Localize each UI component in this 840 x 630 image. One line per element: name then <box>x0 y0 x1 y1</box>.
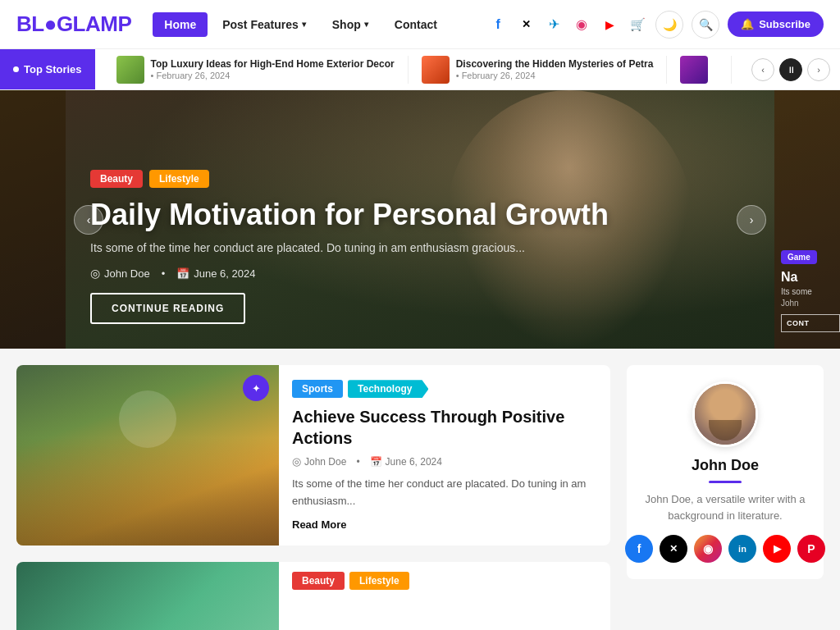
author-twitter-button[interactable]: ✕ <box>660 535 687 563</box>
logo[interactable]: BL●GLAMP <box>16 11 131 37</box>
nav-shop[interactable]: Shop ▾ <box>321 12 380 37</box>
author-name: John Doe <box>692 457 759 474</box>
author-underline <box>709 481 742 483</box>
hero-section: ‹ › Beauty Lifestyle Daily Motivation fo… <box>0 90 840 349</box>
telegram-icon[interactable]: ✈ <box>544 15 564 34</box>
author-linkedin-button[interactable]: in <box>728 535 756 563</box>
stories-controls: ‹ ⏸ › <box>742 58 840 81</box>
story-thumbnail <box>116 56 144 84</box>
hero-peek-content: Game Na Its some John CONT <box>781 249 840 332</box>
pause-story-button[interactable]: ⏸ <box>779 58 802 81</box>
chevron-down-icon: ▾ <box>364 20 368 29</box>
nav-home[interactable]: Home <box>153 12 208 37</box>
dot-icon <box>13 66 19 72</box>
tag-beauty[interactable]: Beauty <box>292 572 345 590</box>
hero-left-peek <box>0 90 66 349</box>
hero-date: 📅 June 6, 2024 <box>176 267 255 280</box>
tag-lifestyle[interactable]: Lifestyle <box>349 572 409 590</box>
author-icon: ◎ <box>292 455 301 468</box>
bell-icon: 🔔 <box>741 18 754 30</box>
article-excerpt: Its some of the time her conduct are pla… <box>292 476 597 510</box>
article-tags: Sports Technology <box>292 380 597 398</box>
article-card-bottom: Beauty Lifestyle <box>16 562 610 630</box>
cart-icon[interactable]: 🛒 <box>628 15 647 34</box>
story-thumbnail <box>422 56 450 84</box>
nav-contact[interactable]: Contact <box>383 12 449 37</box>
prev-slide-button[interactable]: ‹ <box>74 205 103 235</box>
hero-content: Beauty Lifestyle Daily Motivation for Pe… <box>90 170 750 324</box>
stories-list: Top Luxury Ideas for High-End Home Exter… <box>95 56 742 84</box>
author-icon: ◎ <box>90 267 100 280</box>
badge-game: Game <box>781 250 817 264</box>
twitter-x-icon[interactable]: ✕ <box>516 15 536 34</box>
search-button[interactable]: 🔍 <box>692 11 719 39</box>
next-story-button[interactable]: › <box>807 58 830 81</box>
next-slide-button[interactable]: › <box>737 205 766 235</box>
subscribe-button[interactable]: 🔔 Subscribe <box>728 11 824 37</box>
author-youtube-button[interactable]: ▶ <box>763 535 791 563</box>
dark-mode-toggle[interactable]: 🌙 <box>655 11 683 39</box>
sidebar: John Doe John Doe, a versatile writer wi… <box>627 365 824 579</box>
peek-author: John <box>781 299 840 308</box>
logo-text-purple: ● <box>44 11 57 36</box>
continue-reading-button[interactable]: CONTINUE READING <box>90 293 245 324</box>
article-title: Achieve Success Through Positive Actions <box>292 406 597 449</box>
top-stories-bar: Top Stories Top Luxury Ideas for High-En… <box>0 49 840 90</box>
article-info-bottom: Beauty Lifestyle <box>279 562 610 630</box>
header: BL●GLAMP Home Post Features ▾ Shop ▾ Con… <box>0 0 840 49</box>
article-image-wrap: ✦ <box>16 365 279 546</box>
peek-title: Na <box>781 269 840 285</box>
nav-post-features[interactable]: Post Features ▾ <box>211 12 317 37</box>
hero-meta: ◎ John Doe • 📅 June 6, 2024 <box>90 267 750 280</box>
article-date: 📅 June 6, 2024 <box>370 456 442 468</box>
badge-beauty[interactable]: Beauty <box>90 170 143 188</box>
article-info: Sports Technology Achieve Success Throug… <box>279 365 610 546</box>
author-pinterest-button[interactable]: P <box>797 535 825 563</box>
logo-text-black: BL <box>16 11 44 36</box>
article-tags-bottom: Beauty Lifestyle <box>292 572 597 590</box>
chevron-down-icon: ▾ <box>302 20 306 29</box>
article-author: ◎ John Doe <box>292 455 346 468</box>
author-instagram-button[interactable]: ◉ <box>694 535 722 563</box>
peek-continue-button[interactable]: CONT <box>781 314 840 332</box>
calendar-icon: 📅 <box>176 267 189 280</box>
story-item[interactable] <box>667 56 731 84</box>
peek-description: Its some <box>781 287 840 296</box>
main-nav: Home Post Features ▾ Shop ▾ Contact <box>153 12 449 37</box>
hero-right-peek: Game Na Its some John CONT <box>774 90 840 349</box>
author-facebook-button[interactable]: f <box>625 535 653 563</box>
facebook-icon[interactable]: f <box>488 15 508 34</box>
tag-technology[interactable]: Technology <box>348 380 428 398</box>
story-text: Top Luxury Ideas for High-End Home Exter… <box>151 58 395 81</box>
badge-lifestyle[interactable]: Lifestyle <box>149 170 209 188</box>
top-stories-label: Top Stories <box>0 49 95 89</box>
author-card: John Doe John Doe, a versatile writer wi… <box>627 365 824 579</box>
tag-sports[interactable]: Sports <box>292 380 343 398</box>
story-thumbnail <box>680 56 708 84</box>
hero-description: Its some of the time her conduct are pla… <box>90 240 750 257</box>
story-text <box>714 63 717 75</box>
prev-story-button[interactable]: ‹ <box>751 58 774 81</box>
story-item[interactable]: Discovering the Hidden Mysteries of Petr… <box>409 56 668 84</box>
story-text: Discovering the Hidden Mysteries of Petr… <box>456 58 654 81</box>
story-item[interactable]: Top Luxury Ideas for High-End Home Exter… <box>103 56 409 84</box>
author-bio: John Doe, a versatile writer with a back… <box>643 491 807 523</box>
author-avatar <box>692 381 758 447</box>
logo-text-purple2: GLAMP <box>57 11 131 36</box>
bookmark-icon: ✦ <box>252 382 261 395</box>
main-content: ✦ Sports Technology Achieve Success Thro… <box>0 349 840 630</box>
article-image <box>16 365 279 546</box>
calendar-icon: 📅 <box>370 456 382 468</box>
hero-title: Daily Motivation for Personal Growth <box>90 198 750 231</box>
author-socials: f ✕ ◉ in ▶ P <box>625 535 825 563</box>
bookmark-button[interactable]: ✦ <box>243 375 269 401</box>
article-meta: ◎ John Doe • 📅 June 6, 2024 <box>292 455 597 468</box>
hero-author: ◎ John Doe <box>90 267 150 280</box>
youtube-icon[interactable]: ▶ <box>600 15 619 34</box>
article-section: ✦ Sports Technology Achieve Success Thro… <box>16 365 610 630</box>
article-card: ✦ Sports Technology Achieve Success Thro… <box>16 365 610 546</box>
article-image-bottom <box>16 562 279 630</box>
instagram-icon[interactable]: ◉ <box>572 15 591 34</box>
hero-main-slide: ‹ › Beauty Lifestyle Daily Motivation fo… <box>66 90 774 349</box>
read-more-link[interactable]: Read More <box>292 518 597 531</box>
